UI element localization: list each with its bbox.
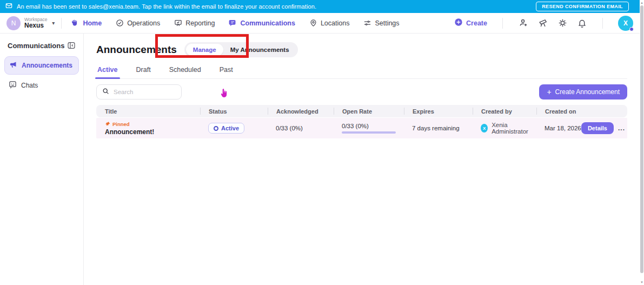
page: An email has been sent to sales@xenia.te… [0,0,644,285]
table-header: Title Status Acknowledged Open Rate Expi… [96,105,627,117]
main-content: Announcements Manage My Announcements Ac… [84,34,640,285]
chat-bubble-icon [229,19,237,27]
details-button[interactable]: Details [581,122,614,134]
map-pin-icon [309,19,317,27]
search-icon [102,87,109,97]
scroll-up-icon[interactable]: ▲ [640,1,644,4]
open-rate-value: 0/33 (0%) [342,123,403,129]
divider [502,18,503,29]
creator-avatar: X [481,124,488,132]
creator-name: Xenia Administrator [492,122,536,135]
announcement-title: Announcement! [105,128,200,136]
confirmation-banner: An email has been sent to sales@xenia.te… [0,0,640,13]
nav-operations[interactable]: Operations [116,19,160,27]
col-created-by: Created by [472,105,536,117]
announcements-table: Title Status Acknowledged Open Rate Expi… [96,105,627,138]
col-title: Title [96,105,200,117]
add-user-icon[interactable] [518,18,529,29]
table-row[interactable]: Pinned Announcement! Active 0/33 (0%) 0/… [96,118,627,138]
created-on-value: Mar 18, 2026 [545,125,581,131]
nav-home[interactable]: Home [70,18,102,28]
check-circle-icon [116,19,124,27]
workspace-switcher[interactable]: N Workspace Nexus ▾ [6,16,55,30]
sliders-icon [363,19,371,27]
create-button[interactable]: Create [454,18,487,28]
scroll-down-icon[interactable]: ▼ [640,281,644,284]
pushpin-icon [105,121,110,128]
chat-face-icon [9,81,17,90]
tab-manage[interactable]: Manage [186,44,223,56]
chevron-down-icon: ▾ [52,20,55,26]
open-rate-progress [342,131,396,134]
plus-circle-icon [454,18,463,28]
status-tabs: Active Draft Scheduled Past [96,66,627,79]
vertical-scrollbar[interactable]: ▲ ▼ [640,0,644,285]
divider [61,18,62,29]
workspace-avatar: N [6,16,21,30]
divider [602,18,603,29]
sidebar-title: Communications [8,42,64,50]
col-open-rate: Open Rate [333,105,403,117]
user-avatar[interactable]: X [618,16,633,31]
search-input[interactable] [114,89,176,95]
presentation-icon [174,19,182,27]
col-expires: Expires [403,105,472,117]
gear-icon[interactable] [557,18,568,29]
tab-draft[interactable]: Draft [135,66,152,78]
nav-locations[interactable]: Locations [309,19,350,27]
tab-my-announcements[interactable]: My Announcements [223,44,296,56]
row-more-menu[interactable]: ... [618,124,625,132]
status-ring-icon [214,126,218,131]
main-nav: Home Operations Reporting [70,18,399,28]
sidebar-item-chats[interactable]: Chats [4,77,79,94]
page-title: Announcements [96,44,177,56]
megaphone-icon [9,61,17,70]
view-segmented-control: Manage My Announcements [184,42,298,57]
create-announcement-button[interactable]: + Create Announcement [539,84,627,100]
header-right: Create [454,16,633,31]
resend-confirmation-button[interactable]: RESEND CONFIRMATION EMAIL [536,2,629,11]
col-acknowledged: Acknowledged [267,105,333,117]
workspace-name: Nexus [24,22,47,29]
nav-settings[interactable]: Settings [363,19,399,27]
nav-communications[interactable]: Communications [229,19,295,27]
col-created-on: Created on [536,105,627,117]
bell-icon[interactable] [576,18,587,29]
pinned-flag: Pinned [105,121,200,128]
col-status: Status [200,105,267,117]
top-header: N Workspace Nexus ▾ Home [0,13,640,34]
hand-logo-icon [70,18,79,28]
acknowledged-value: 0/33 (0%) [267,125,333,131]
sidebar: Communications Announcements [0,34,84,285]
status-badge[interactable]: Active [208,123,244,134]
scrollbar-thumb[interactable] [640,5,643,273]
search-box [96,84,182,100]
envelope-icon [5,2,12,11]
plus-icon: + [547,88,551,96]
banner-message: An email has been sent to sales@xenia.te… [17,3,316,10]
telescope-icon[interactable] [537,18,548,29]
collapse-sidebar-icon[interactable] [66,40,77,51]
status-dot [629,27,634,31]
nav-reporting[interactable]: Reporting [174,19,215,27]
sidebar-item-announcements[interactable]: Announcements [4,56,79,75]
tab-past[interactable]: Past [218,66,234,78]
tab-active[interactable]: Active [96,66,119,78]
tab-scheduled[interactable]: Scheduled [168,66,202,78]
expires-value: 7 days remaining [403,125,472,131]
